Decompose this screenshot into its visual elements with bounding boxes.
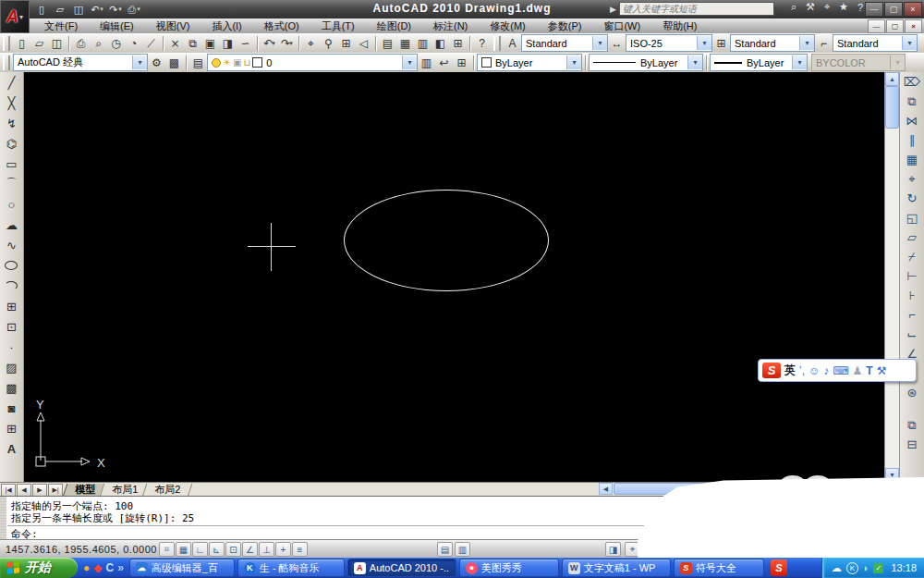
table-style-icon[interactable]: ⊞: [712, 35, 730, 52]
undo-button[interactable]: ↶▾: [89, 2, 105, 17]
menu-modify[interactable]: 修改(M): [479, 18, 537, 34]
coordinates-readout[interactable]: 1457.3616, 1955.4605, 0.0000: [6, 544, 157, 555]
task-meitu[interactable]: ● 美图秀秀: [459, 559, 559, 577]
3dwg-button[interactable]: ◔: [125, 35, 142, 52]
new-button[interactable]: ▯: [13, 35, 30, 52]
redo-button[interactable]: ↷▾: [278, 35, 296, 52]
join-button[interactable]: ⌙: [902, 325, 922, 344]
mirror-button[interactable]: ⋈: [902, 111, 922, 130]
menu-file[interactable]: 文件(F): [33, 18, 89, 34]
scale-button[interactable]: ◱: [902, 208, 922, 228]
pan-button[interactable]: ⌖: [302, 35, 320, 52]
spline-button[interactable]: ∿: [1, 235, 21, 255]
toolbar-grip[interactable]: [493, 36, 501, 51]
mleader-style-combo[interactable]: Standard ▾: [833, 34, 918, 52]
quicklaunch-red-icon[interactable]: ◆: [93, 561, 102, 574]
skin-icon[interactable]: T: [866, 364, 872, 377]
kugou-tray-icon[interactable]: K: [846, 562, 858, 574]
lwt-toggle[interactable]: ≡: [292, 542, 308, 557]
ellipse-button[interactable]: [1, 255, 21, 276]
doc-minimize-button[interactable]: —: [868, 19, 885, 33]
chevron-down-icon[interactable]: ▾: [132, 55, 147, 69]
account-icon[interactable]: ♟: [853, 364, 863, 377]
circle-button[interactable]: ○: [1, 194, 21, 215]
linetype-combo[interactable]: ByLayer ▾: [589, 54, 703, 71]
chevron-down-icon[interactable]: ▾: [592, 36, 607, 50]
open-button[interactable]: ▱: [30, 35, 48, 52]
communication-icon[interactable]: ⌖: [821, 1, 833, 13]
table-button[interactable]: ⊞: [1, 418, 21, 438]
toolbar-grip[interactable]: [3, 36, 10, 51]
zoom-window-button[interactable]: ⊞: [337, 35, 355, 52]
close-button[interactable]: ×: [904, 2, 922, 17]
menu-help[interactable]: 帮助(H): [651, 18, 708, 34]
text-style-icon[interactable]: A: [504, 35, 521, 52]
zoom-realtime-button[interactable]: ⚲: [320, 35, 337, 52]
save-button[interactable]: ◫: [48, 35, 66, 52]
quick-view-drawings-button[interactable]: ◨: [605, 542, 621, 557]
make-layer-current-button[interactable]: ▥: [418, 55, 435, 71]
menu-tools[interactable]: 工具(T): [310, 18, 366, 34]
match-properties-button[interactable]: ∽: [237, 35, 254, 52]
designcenter-button[interactable]: ▦: [396, 35, 414, 52]
layer-previous-button[interactable]: ↩: [435, 55, 453, 71]
app-menu-button[interactable]: A ▾: [0, 0, 30, 33]
layer-properties-button[interactable]: ▤: [189, 55, 207, 71]
gradient-button[interactable]: ▩: [1, 377, 21, 398]
workspace-combo[interactable]: AutoCAD 经典 ▾: [13, 54, 148, 71]
paste-special-button[interactable]: ◨: [219, 35, 237, 52]
otrack-toggle[interactable]: ∠: [242, 542, 258, 557]
paste-button[interactable]: ▣: [201, 35, 219, 52]
tab-prev-button[interactable]: ◀: [17, 484, 31, 497]
point-button[interactable]: ∙: [1, 337, 21, 357]
copy-button[interactable]: ⧉: [902, 92, 922, 111]
search-input[interactable]: [619, 2, 774, 16]
osnap-toggle[interactable]: ⊡: [225, 542, 241, 557]
security-shield-tray-icon[interactable]: ✓: [873, 563, 883, 573]
stretch-button[interactable]: ▱: [902, 228, 922, 247]
bring-to-front-button[interactable]: ⧉: [902, 415, 922, 435]
doc-restore-button[interactable]: ▢: [886, 19, 904, 33]
tab-first-button[interactable]: |◀: [1, 484, 16, 497]
print-button[interactable]: ⎙▾: [126, 2, 142, 17]
open-button[interactable]: ▱: [52, 2, 68, 17]
menu-view[interactable]: 视图(V): [145, 18, 201, 34]
scroll-thumb[interactable]: [885, 86, 899, 129]
vertical-scrollbar[interactable]: ▲ ▼: [884, 72, 899, 482]
layer-states-button[interactable]: ⊞: [453, 55, 470, 71]
extend-button[interactable]: ⊢: [902, 266, 922, 286]
color-combo[interactable]: ByLayer ▾: [477, 54, 582, 71]
lineweight-combo[interactable]: ByLayer ▾: [710, 54, 808, 71]
make-block-button[interactable]: ⊡: [1, 316, 21, 337]
cloud-tray-icon[interactable]: ☁: [832, 562, 842, 574]
ime-punctuation-toggle[interactable]: ’,: [799, 364, 805, 377]
menu-format[interactable]: 格式(O): [253, 18, 310, 34]
array-button[interactable]: ▦: [902, 150, 922, 169]
ortho-toggle[interactable]: ∟: [192, 542, 208, 557]
hatch-button[interactable]: ▨: [1, 357, 21, 377]
restore-button[interactable]: ▢: [884, 2, 903, 17]
layer-freeze-icon[interactable]: ☀: [223, 57, 231, 68]
break-at-point-button[interactable]: ⊦: [902, 286, 922, 305]
region-button[interactable]: ◙: [1, 398, 21, 418]
menu-draw[interactable]: 绘图(D): [366, 18, 422, 34]
undo-button[interactable]: ↶▾: [261, 35, 278, 52]
tool-palettes-button[interactable]: ▥: [414, 35, 432, 52]
save-button[interactable]: ◫: [70, 2, 87, 17]
redo-button[interactable]: ↷▾: [107, 2, 124, 17]
task-autocad[interactable]: A AutoCAD 2010 -..: [347, 559, 456, 577]
tab-layout2[interactable]: 布局2: [142, 484, 193, 497]
arc-button[interactable]: ⌒: [1, 174, 21, 194]
minimize-button[interactable]: —: [865, 2, 883, 17]
task-editor[interactable]: ☁ 高级编辑器_百: [129, 559, 235, 577]
layer-vp-icon[interactable]: ▣: [233, 57, 241, 68]
sogou-tray-button[interactable]: S: [771, 560, 787, 576]
cut-button[interactable]: ⨯: [166, 35, 184, 52]
command-window-grip[interactable]: [0, 497, 6, 540]
explode-button[interactable]: ⊛: [902, 383, 922, 402]
task-kugou[interactable]: K 生 - 酷狗音乐: [237, 559, 345, 577]
menu-dimension[interactable]: 标注(N): [422, 18, 479, 34]
chevron-down-icon[interactable]: ▾: [792, 55, 807, 69]
scroll-up-button[interactable]: ▲: [885, 72, 899, 86]
emoji-icon[interactable]: ☺: [808, 364, 820, 377]
